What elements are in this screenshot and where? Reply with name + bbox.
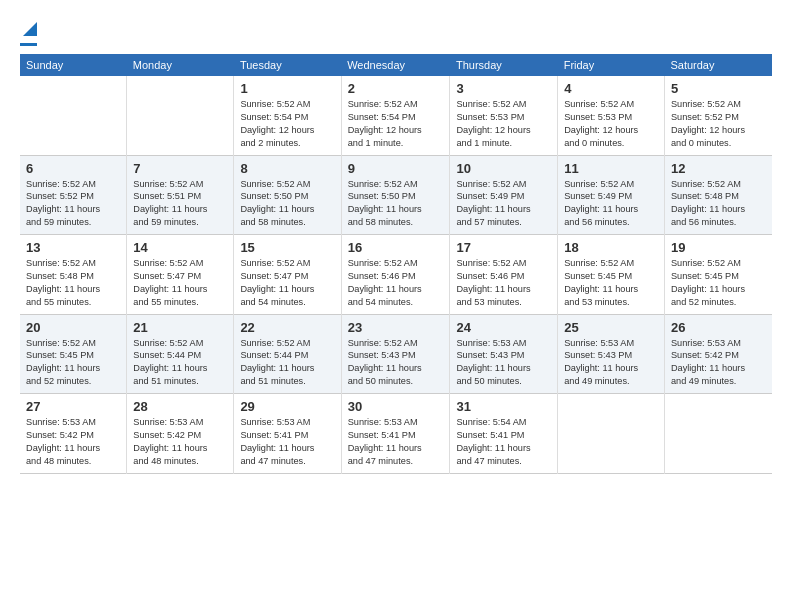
logo-icon — [23, 18, 37, 36]
day-info: Sunrise: 5:52 AM Sunset: 5:46 PM Dayligh… — [348, 257, 444, 309]
day-cell: 25Sunrise: 5:53 AM Sunset: 5:43 PM Dayli… — [558, 314, 665, 394]
day-cell: 17Sunrise: 5:52 AM Sunset: 5:46 PM Dayli… — [450, 235, 558, 315]
day-number: 12 — [671, 161, 766, 176]
day-cell: 28Sunrise: 5:53 AM Sunset: 5:42 PM Dayli… — [127, 394, 234, 474]
day-cell: 11Sunrise: 5:52 AM Sunset: 5:49 PM Dayli… — [558, 155, 665, 235]
calendar-table: SundayMondayTuesdayWednesdayThursdayFrid… — [20, 54, 772, 474]
day-number: 6 — [26, 161, 120, 176]
day-info: Sunrise: 5:52 AM Sunset: 5:50 PM Dayligh… — [348, 178, 444, 230]
day-cell — [127, 76, 234, 155]
day-info: Sunrise: 5:52 AM Sunset: 5:51 PM Dayligh… — [133, 178, 227, 230]
day-number: 11 — [564, 161, 658, 176]
week-row-2: 6Sunrise: 5:52 AM Sunset: 5:52 PM Daylig… — [20, 155, 772, 235]
day-info: Sunrise: 5:52 AM Sunset: 5:52 PM Dayligh… — [671, 98, 766, 150]
day-number: 29 — [240, 399, 334, 414]
day-cell: 31Sunrise: 5:54 AM Sunset: 5:41 PM Dayli… — [450, 394, 558, 474]
col-header-saturday: Saturday — [664, 54, 772, 76]
day-info: Sunrise: 5:52 AM Sunset: 5:46 PM Dayligh… — [456, 257, 551, 309]
day-cell: 20Sunrise: 5:52 AM Sunset: 5:45 PM Dayli… — [20, 314, 127, 394]
day-number: 3 — [456, 81, 551, 96]
page: SundayMondayTuesdayWednesdayThursdayFrid… — [0, 0, 792, 612]
logo — [20, 18, 37, 46]
day-cell: 23Sunrise: 5:52 AM Sunset: 5:43 PM Dayli… — [341, 314, 450, 394]
day-cell: 26Sunrise: 5:53 AM Sunset: 5:42 PM Dayli… — [664, 314, 772, 394]
day-number: 8 — [240, 161, 334, 176]
day-cell: 24Sunrise: 5:53 AM Sunset: 5:43 PM Dayli… — [450, 314, 558, 394]
day-cell — [558, 394, 665, 474]
day-number: 10 — [456, 161, 551, 176]
day-number: 14 — [133, 240, 227, 255]
day-cell: 2Sunrise: 5:52 AM Sunset: 5:54 PM Daylig… — [341, 76, 450, 155]
day-info: Sunrise: 5:53 AM Sunset: 5:42 PM Dayligh… — [26, 416, 120, 468]
day-number: 21 — [133, 320, 227, 335]
day-info: Sunrise: 5:52 AM Sunset: 5:45 PM Dayligh… — [564, 257, 658, 309]
day-cell: 8Sunrise: 5:52 AM Sunset: 5:50 PM Daylig… — [234, 155, 341, 235]
day-number: 31 — [456, 399, 551, 414]
day-info: Sunrise: 5:52 AM Sunset: 5:48 PM Dayligh… — [671, 178, 766, 230]
day-number: 1 — [240, 81, 334, 96]
day-cell: 7Sunrise: 5:52 AM Sunset: 5:51 PM Daylig… — [127, 155, 234, 235]
logo-underline — [20, 43, 37, 46]
day-cell: 19Sunrise: 5:52 AM Sunset: 5:45 PM Dayli… — [664, 235, 772, 315]
col-header-tuesday: Tuesday — [234, 54, 341, 76]
day-number: 5 — [671, 81, 766, 96]
week-row-5: 27Sunrise: 5:53 AM Sunset: 5:42 PM Dayli… — [20, 394, 772, 474]
day-info: Sunrise: 5:52 AM Sunset: 5:49 PM Dayligh… — [456, 178, 551, 230]
day-info: Sunrise: 5:53 AM Sunset: 5:43 PM Dayligh… — [456, 337, 551, 389]
day-cell: 29Sunrise: 5:53 AM Sunset: 5:41 PM Dayli… — [234, 394, 341, 474]
day-cell — [664, 394, 772, 474]
day-cell: 13Sunrise: 5:52 AM Sunset: 5:48 PM Dayli… — [20, 235, 127, 315]
day-cell: 6Sunrise: 5:52 AM Sunset: 5:52 PM Daylig… — [20, 155, 127, 235]
day-info: Sunrise: 5:52 AM Sunset: 5:47 PM Dayligh… — [240, 257, 334, 309]
day-cell: 14Sunrise: 5:52 AM Sunset: 5:47 PM Dayli… — [127, 235, 234, 315]
day-cell: 18Sunrise: 5:52 AM Sunset: 5:45 PM Dayli… — [558, 235, 665, 315]
day-info: Sunrise: 5:52 AM Sunset: 5:53 PM Dayligh… — [456, 98, 551, 150]
day-cell: 5Sunrise: 5:52 AM Sunset: 5:52 PM Daylig… — [664, 76, 772, 155]
day-number: 30 — [348, 399, 444, 414]
day-info: Sunrise: 5:52 AM Sunset: 5:48 PM Dayligh… — [26, 257, 120, 309]
day-cell: 4Sunrise: 5:52 AM Sunset: 5:53 PM Daylig… — [558, 76, 665, 155]
day-info: Sunrise: 5:52 AM Sunset: 5:44 PM Dayligh… — [240, 337, 334, 389]
day-info: Sunrise: 5:53 AM Sunset: 5:42 PM Dayligh… — [671, 337, 766, 389]
day-number: 19 — [671, 240, 766, 255]
logo-text — [20, 18, 37, 41]
col-header-friday: Friday — [558, 54, 665, 76]
day-number: 13 — [26, 240, 120, 255]
day-cell: 30Sunrise: 5:53 AM Sunset: 5:41 PM Dayli… — [341, 394, 450, 474]
day-info: Sunrise: 5:52 AM Sunset: 5:54 PM Dayligh… — [240, 98, 334, 150]
day-cell: 9Sunrise: 5:52 AM Sunset: 5:50 PM Daylig… — [341, 155, 450, 235]
day-cell: 21Sunrise: 5:52 AM Sunset: 5:44 PM Dayli… — [127, 314, 234, 394]
day-info: Sunrise: 5:52 AM Sunset: 5:47 PM Dayligh… — [133, 257, 227, 309]
header — [20, 18, 772, 46]
col-header-wednesday: Wednesday — [341, 54, 450, 76]
day-number: 4 — [564, 81, 658, 96]
day-number: 22 — [240, 320, 334, 335]
day-info: Sunrise: 5:53 AM Sunset: 5:43 PM Dayligh… — [564, 337, 658, 389]
day-number: 17 — [456, 240, 551, 255]
day-cell: 15Sunrise: 5:52 AM Sunset: 5:47 PM Dayli… — [234, 235, 341, 315]
day-number: 27 — [26, 399, 120, 414]
day-info: Sunrise: 5:52 AM Sunset: 5:43 PM Dayligh… — [348, 337, 444, 389]
day-info: Sunrise: 5:54 AM Sunset: 5:41 PM Dayligh… — [456, 416, 551, 468]
col-header-sunday: Sunday — [20, 54, 127, 76]
day-info: Sunrise: 5:52 AM Sunset: 5:45 PM Dayligh… — [26, 337, 120, 389]
day-info: Sunrise: 5:52 AM Sunset: 5:52 PM Dayligh… — [26, 178, 120, 230]
day-number: 24 — [456, 320, 551, 335]
day-number: 28 — [133, 399, 227, 414]
col-header-thursday: Thursday — [450, 54, 558, 76]
day-cell — [20, 76, 127, 155]
header-row: SundayMondayTuesdayWednesdayThursdayFrid… — [20, 54, 772, 76]
day-info: Sunrise: 5:52 AM Sunset: 5:54 PM Dayligh… — [348, 98, 444, 150]
day-number: 25 — [564, 320, 658, 335]
day-cell: 3Sunrise: 5:52 AM Sunset: 5:53 PM Daylig… — [450, 76, 558, 155]
day-info: Sunrise: 5:52 AM Sunset: 5:44 PM Dayligh… — [133, 337, 227, 389]
week-row-4: 20Sunrise: 5:52 AM Sunset: 5:45 PM Dayli… — [20, 314, 772, 394]
svg-marker-0 — [23, 22, 37, 36]
day-number: 26 — [671, 320, 766, 335]
day-info: Sunrise: 5:53 AM Sunset: 5:42 PM Dayligh… — [133, 416, 227, 468]
week-row-1: 1Sunrise: 5:52 AM Sunset: 5:54 PM Daylig… — [20, 76, 772, 155]
day-cell: 12Sunrise: 5:52 AM Sunset: 5:48 PM Dayli… — [664, 155, 772, 235]
day-cell: 27Sunrise: 5:53 AM Sunset: 5:42 PM Dayli… — [20, 394, 127, 474]
day-cell: 22Sunrise: 5:52 AM Sunset: 5:44 PM Dayli… — [234, 314, 341, 394]
day-number: 15 — [240, 240, 334, 255]
